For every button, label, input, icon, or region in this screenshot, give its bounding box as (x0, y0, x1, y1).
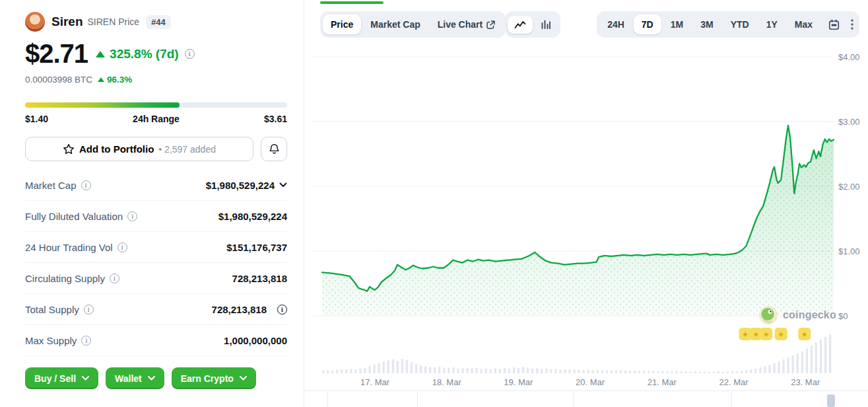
event-marker-star-icon: ✦ (801, 330, 808, 340)
buy-sell-button[interactable]: Buy / Sell (25, 367, 98, 389)
volume-bar (661, 371, 663, 373)
volume-bar (629, 371, 631, 373)
volume-bar (824, 337, 826, 373)
volume-bar (568, 370, 570, 373)
range-title: 24h Range (133, 114, 180, 124)
volume-bar (364, 368, 366, 373)
volume-bar (620, 370, 622, 373)
stat-label: Max Supply (25, 335, 77, 346)
volume-bar (415, 364, 417, 373)
btc-price: 0.00003998 BTC (25, 75, 92, 85)
volume-bar (406, 360, 408, 373)
star-icon (63, 143, 75, 155)
volume-bar (359, 369, 361, 373)
x-axis-label: 22. Mar (719, 377, 749, 387)
watermark-text: coingecko (783, 309, 836, 321)
x-axis-label: 18. Mar (432, 377, 462, 387)
volume-bar (708, 372, 710, 373)
info-icon[interactable]: i (110, 274, 119, 283)
info-icon[interactable]: i (81, 180, 91, 190)
table-column-divider (731, 392, 732, 407)
volume-bar (676, 371, 678, 373)
info-icon[interactable]: i (127, 211, 137, 221)
table-column-divider (573, 392, 574, 407)
stat-label: Market Cap (25, 180, 77, 191)
stat-row-total-supply: Total Supply i 728,213,818 i (25, 294, 287, 325)
volume-bar (461, 368, 463, 373)
coin-symbol-label: SIREN Price (88, 17, 140, 27)
x-axis-label: 19. Mar (504, 377, 533, 387)
volume-bar (606, 371, 608, 373)
stat-value: $1,980,529,224 (206, 180, 275, 191)
volume-bar (448, 368, 450, 373)
volume-bar (564, 369, 566, 373)
stat-label: Total Supply (25, 304, 79, 315)
info-icon[interactable]: i (117, 242, 127, 252)
buy-sell-label: Buy / Sell (34, 373, 76, 384)
coin-summary-panel: Siren SIREN Price #44 $2.71 325.8% (7d) … (0, 0, 304, 407)
volume-bar (638, 371, 640, 373)
volume-bar (722, 372, 724, 373)
volume-bar (471, 369, 473, 373)
volume-bar (587, 370, 589, 373)
volume-bar (690, 372, 692, 373)
price-chart[interactable]: $4.00$3.00$2.00$1.00$017. Mar18. Mar19. … (304, 0, 868, 407)
volume-bar (648, 371, 650, 373)
event-marker-star-icon: ✦ (778, 330, 785, 340)
volume-bar (694, 371, 696, 373)
volume-bar (783, 359, 785, 373)
stat-label: Fully Diluted Valuation (25, 211, 123, 222)
info-icon[interactable]: i (81, 336, 91, 346)
wallet-button[interactable]: Wallet (106, 367, 164, 389)
volume-bar (429, 367, 431, 373)
volume-bar (322, 371, 324, 373)
table-header-row (304, 390, 868, 407)
info-icon[interactable]: i (185, 49, 195, 59)
bell-icon (269, 143, 280, 155)
event-marker-star-icon: ✦ (752, 330, 760, 340)
chevron-down-icon[interactable] (279, 182, 287, 188)
range-bar (25, 102, 287, 108)
range-high: $3.61 (264, 114, 287, 124)
range-bar-fill (25, 102, 180, 108)
portfolio-added-count: • 2,597 added (158, 144, 216, 155)
volume-bar (354, 369, 356, 373)
volume-bar (731, 371, 733, 373)
stat-row-market-cap: Market Cap i $1,980,529,224 (25, 170, 287, 201)
volume-bar (341, 369, 343, 373)
info-icon[interactable]: i (277, 305, 287, 314)
volume-bar (583, 370, 585, 373)
volume-bar (466, 368, 468, 373)
btc-change: 96.3% (107, 75, 132, 85)
stat-row-circulating-supply: Circulating Supply i 728,213,818 (25, 263, 287, 294)
volume-bar (759, 367, 761, 373)
alert-bell-button[interactable] (261, 137, 287, 161)
volume-bar (713, 372, 715, 373)
volume-bar (574, 369, 576, 373)
chart-panel: Price Market Cap Live Chart (304, 0, 868, 407)
volume-bar (801, 352, 803, 373)
chevron-down-icon (148, 376, 155, 381)
cta-row: Buy / Sell Wallet Earn Crypto (25, 367, 287, 389)
volume-bar (811, 346, 813, 373)
info-icon[interactable]: i (84, 305, 94, 314)
volume-bar (494, 368, 496, 373)
volume-bar (592, 370, 594, 373)
volume-bar (383, 361, 385, 373)
volume-bar (778, 361, 780, 373)
stat-value: 1,000,000,000 (224, 335, 287, 346)
add-to-portfolio-button[interactable]: Add to Portfolio • 2,597 added (25, 137, 253, 161)
up-arrow-icon (98, 77, 104, 82)
y-axis-label: $2.00 (838, 182, 860, 192)
price-row: $2.71 325.8% (7d) i (25, 39, 287, 69)
volume-bar (741, 371, 743, 373)
volume-bar (768, 365, 770, 373)
volume-bar (499, 369, 501, 373)
volume-bar (797, 353, 799, 373)
earn-crypto-button[interactable]: Earn Crypto (172, 367, 256, 389)
stat-value: $1,980,529,224 (218, 211, 287, 222)
volume-bar (513, 367, 515, 373)
scrollbar-thumb[interactable] (827, 394, 835, 407)
volume-bar (345, 370, 347, 373)
up-arrow-icon (96, 51, 105, 57)
